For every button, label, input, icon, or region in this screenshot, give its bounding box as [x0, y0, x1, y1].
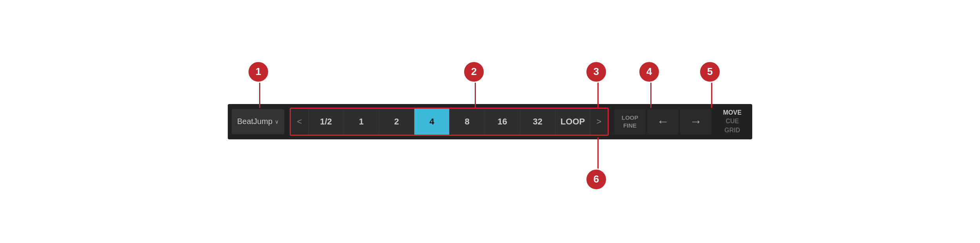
arrow-left-icon: ← — [657, 114, 669, 129]
control-bar: BeatJump ∨ < 1/2 1 2 — [228, 104, 752, 139]
loop-fine-button[interactable]: LOOP FINE — [614, 109, 646, 134]
beatjump-button[interactable]: BeatJump ∨ — [232, 109, 284, 134]
annotation-4: 4 — [638, 61, 660, 83]
grid-label: GRID — [724, 126, 740, 135]
arrow-right-button[interactable]: → — [680, 109, 711, 134]
annotation-5: 5 — [699, 61, 721, 83]
right-section: LOOP FINE ← → MOVE CUE GRID — [614, 109, 748, 134]
grid-item-32[interactable]: 32 — [520, 109, 555, 135]
annotation-3: 3 — [585, 61, 607, 83]
arrow-left-button[interactable]: ← — [647, 109, 679, 134]
fine-label: FINE — [623, 122, 637, 129]
grid-item-4[interactable]: 4 — [414, 109, 449, 135]
grid-item-loop[interactable]: LOOP — [555, 109, 590, 135]
annotation-6: 6 — [585, 168, 607, 190]
grid-items: 1/2 1 2 4 8 16 — [308, 109, 590, 135]
grid-next-button[interactable]: > — [590, 109, 608, 135]
annotation-1: 1 — [247, 61, 269, 83]
main-wrapper: BeatJump ∨ < 1/2 1 2 — [0, 0, 980, 243]
grid-item-2[interactable]: 2 — [379, 109, 414, 135]
beatjump-label: BeatJump — [237, 117, 272, 126]
annotation-2: 2 — [463, 61, 485, 83]
grid-item-8[interactable]: 8 — [449, 109, 485, 135]
move-label: MOVE — [723, 108, 741, 117]
grid-item-16[interactable]: 16 — [485, 109, 520, 135]
arrow-right-icon: → — [690, 114, 702, 129]
grid-item-half[interactable]: 1/2 — [308, 109, 343, 135]
grid-prev-button[interactable]: < — [291, 109, 308, 135]
grid-container: < 1/2 1 2 4 8 — [290, 108, 609, 136]
beatjump-chevron: ∨ — [275, 119, 279, 125]
grid-item-1[interactable]: 1 — [343, 109, 379, 135]
cue-label: CUE — [726, 117, 739, 126]
move-cue-grid-label: MOVE CUE GRID — [713, 109, 748, 134]
loop-label: LOOP — [622, 114, 639, 121]
